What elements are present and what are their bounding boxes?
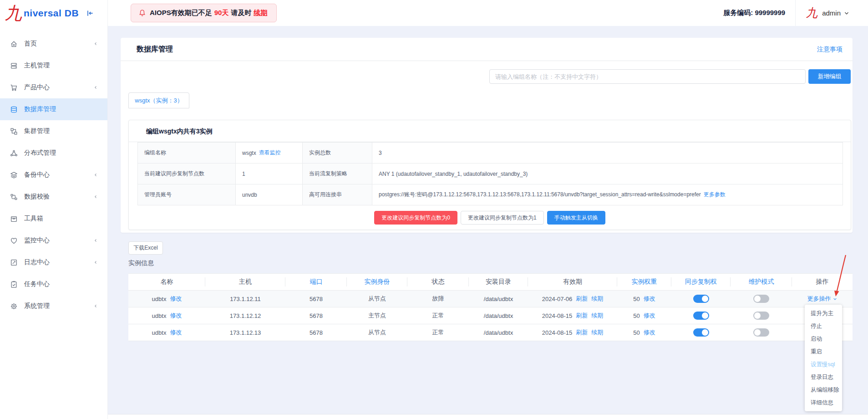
info-label: 当前流复制策略 <box>303 164 372 184</box>
menu-item-slow-sql[interactable]: 设置慢sql <box>805 358 842 371</box>
sidebar-item-label: 监控中心 <box>24 236 50 245</box>
col-maintenance[interactable]: 维护模式 <box>731 274 792 290</box>
ha-connection-cell: postgres://账号:密码@173.1.12.12:5678,173.1.… <box>372 184 843 205</box>
menu-item-start[interactable]: 启动 <box>805 332 842 345</box>
col-expire: 有效期 <box>528 274 617 290</box>
maintenance-mode-toggle[interactable] <box>753 295 769 303</box>
modify-name-link[interactable]: 修改 <box>170 295 182 303</box>
sidebar-item-database-mgmt[interactable]: 数据库管理 <box>0 98 107 120</box>
sidebar-item-log-center[interactable]: 日志中心 <box>0 251 107 273</box>
sidebar-item-label: 备份中心 <box>24 171 50 179</box>
instance-count-value: 3 <box>372 143 843 164</box>
sync-replication-toggle[interactable] <box>693 295 709 303</box>
sidebar-item-product-center[interactable]: 产品中心 <box>0 77 107 98</box>
service-code: 服务编码: 99999999 <box>723 9 785 17</box>
host-icon <box>10 62 18 70</box>
instance-dir: /data/udbtx <box>469 291 528 307</box>
main-content: 数据库管理 注意事项 新增编组 wsgtx（实例：3） 编组wsgtx内共有3实… <box>108 26 868 414</box>
menu-item-remove-from-group[interactable]: 从编组移除 <box>805 383 842 396</box>
alert-text-prefix: AIOPS有效期已不足 <box>150 9 212 17</box>
view-monitor-link[interactable]: 查看监控 <box>259 149 281 157</box>
col-weight[interactable]: 实例权重 <box>617 274 671 290</box>
card-title-row: 数据库管理 <box>121 38 853 61</box>
edit-log-icon <box>10 259 18 266</box>
refresh-link[interactable]: 刷新 <box>576 328 588 337</box>
refresh-link[interactable]: 刷新 <box>576 312 588 320</box>
col-name: 名称 <box>128 274 205 290</box>
more-params-link[interactable]: 更多参数 <box>704 191 726 199</box>
sidebar-item-task-center[interactable]: 任务中心 <box>0 273 107 295</box>
download-excel-button[interactable]: 下载Excel <box>128 241 163 255</box>
chevron-left-icon <box>93 238 98 243</box>
sidebar-item-host-mgmt[interactable]: 主机管理 <box>0 55 107 77</box>
col-sync-replication[interactable]: 同步复制权 <box>671 274 731 290</box>
distributed-icon <box>10 149 18 157</box>
chevron-left-icon <box>93 260 98 265</box>
instance-dir: /data/udbtx <box>469 307 528 324</box>
add-group-button[interactable]: 新增编组 <box>808 69 851 84</box>
tab-wsgtx[interactable]: wsgtx（实例：3） <box>128 92 189 108</box>
menu-item-login-log[interactable]: 登录日志 <box>805 371 842 383</box>
instance-role: 从节点 <box>347 324 407 341</box>
admin-account-value: unvdb <box>236 184 303 205</box>
sidebar-item-home[interactable]: 首页 <box>0 33 107 55</box>
group-search-input[interactable] <box>489 69 806 84</box>
menu-item-promote[interactable]: 提升为主 <box>805 307 842 320</box>
instance-name: udbtx <box>152 296 167 302</box>
chevron-down-icon <box>832 296 838 301</box>
set-sync-nodes-1-button[interactable]: 更改建议同步复制节点数为1 <box>461 211 544 225</box>
group-detail-card: 编组wsgtx内共有3实例 编组名称 wsgtx 查看监控 实例总数 3 当前建… <box>128 120 851 230</box>
more-actions-link[interactable]: 更多操作 <box>807 295 838 303</box>
toolbox-icon <box>10 215 18 223</box>
sidebar-item-label: 数据库管理 <box>24 105 56 113</box>
renew-link[interactable]: 续期 <box>591 312 603 320</box>
sidebar-item-cluster-mgmt[interactable]: 集群管理 <box>0 120 107 142</box>
maintenance-mode-toggle[interactable] <box>753 328 769 337</box>
group-summary-title: 编组wsgtx内共有3实例 <box>129 120 851 142</box>
manual-failover-button[interactable]: 手动触发主从切换 <box>547 211 605 225</box>
chevron-down-icon[interactable] <box>843 10 850 16</box>
sidebar-item-toolbox[interactable]: 工具箱 <box>0 208 107 230</box>
license-alert-banner: AIOPS有效期已不足 90天 请及时 续期 <box>131 4 277 22</box>
instance-host: 173.1.12.12 <box>205 307 285 324</box>
modify-weight-link[interactable]: 修改 <box>644 312 655 320</box>
instance-dir: /data/udbtx <box>469 324 528 341</box>
modify-weight-link[interactable]: 修改 <box>644 295 655 303</box>
sidebar-item-label: 日志中心 <box>24 258 50 266</box>
logo-text: niversal DB <box>24 8 79 19</box>
maintenance-mode-toggle[interactable] <box>753 312 769 320</box>
renew-link[interactable]: 续期 <box>591 328 603 337</box>
refresh-link[interactable]: 刷新 <box>576 295 588 303</box>
menu-item-details[interactable]: 详细信息 <box>805 396 842 409</box>
instance-port: 5678 <box>285 307 347 324</box>
modify-name-link[interactable]: 修改 <box>170 312 182 320</box>
topbar-divider <box>795 0 796 26</box>
notice-link[interactable]: 注意事项 <box>817 46 843 54</box>
renew-link[interactable]: 续期 <box>254 9 267 17</box>
menu-item-stop[interactable]: 停止 <box>805 320 842 332</box>
sidebar-item-data-verify[interactable]: 数据校验 <box>0 186 107 208</box>
sidebar-item-label: 数据校验 <box>24 193 50 201</box>
sidebar-item-backup-center[interactable]: 备份中心 <box>0 164 107 186</box>
col-port[interactable]: 端口 <box>285 274 347 290</box>
chevron-left-icon <box>93 172 98 178</box>
menu-item-restart[interactable]: 重启 <box>805 345 842 358</box>
modify-weight-link[interactable]: 修改 <box>644 328 655 337</box>
instance-host: 173.1.12.11 <box>205 291 285 307</box>
sidebar-collapse-icon[interactable] <box>86 9 94 17</box>
sidebar-item-monitor-center[interactable]: 监控中心 <box>0 230 107 251</box>
col-role[interactable]: 实例身份 <box>347 274 407 290</box>
sidebar-item-system-mgmt[interactable]: 系统管理 <box>0 295 107 317</box>
user-name[interactable]: admin <box>822 9 841 17</box>
sidebar-item-distributed-mgmt[interactable]: 分布式管理 <box>0 142 107 164</box>
app-root: 九 niversal DB 首页 主机管理 产品中心 <box>0 0 868 419</box>
sync-replication-toggle[interactable] <box>693 328 709 337</box>
sidebar-item-label: 产品中心 <box>24 83 50 92</box>
modify-name-link[interactable]: 修改 <box>170 328 182 337</box>
heart-icon <box>10 237 18 245</box>
set-sync-nodes-0-button[interactable]: 更改建议同步复制节点数为0 <box>374 211 457 225</box>
database-icon <box>10 106 18 113</box>
sync-replication-toggle[interactable] <box>693 312 709 320</box>
gear-icon <box>10 302 18 310</box>
renew-link[interactable]: 续期 <box>591 295 603 303</box>
